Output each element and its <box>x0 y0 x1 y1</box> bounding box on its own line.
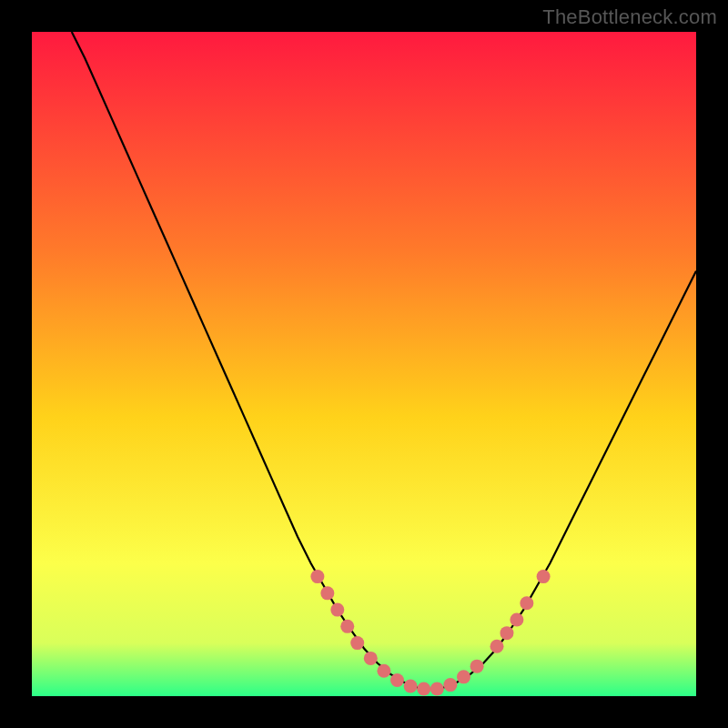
curve-marker <box>417 682 430 695</box>
curve-marker <box>364 652 378 665</box>
curve-marker <box>340 620 354 633</box>
bottleneck-chart <box>32 32 696 696</box>
curve-marker <box>377 664 390 678</box>
curve-marker <box>330 603 344 617</box>
curve-marker <box>320 586 334 600</box>
curve-marker <box>500 626 513 640</box>
curve-marker <box>457 670 470 683</box>
chart-frame: TheBottleneck.com <box>0 0 728 728</box>
curve-marker <box>310 570 324 583</box>
curve-marker <box>404 680 418 693</box>
gradient-background <box>32 32 696 696</box>
curve-marker <box>443 678 457 692</box>
curve-marker <box>510 613 523 627</box>
plot-area <box>32 32 696 696</box>
curve-marker <box>537 570 551 583</box>
watermark-text: TheBottleneck.com <box>542 5 717 29</box>
curve-marker <box>430 682 444 695</box>
curve-marker <box>350 636 364 650</box>
curve-marker <box>470 660 484 673</box>
curve-marker <box>390 673 404 687</box>
curve-marker <box>520 596 533 610</box>
curve-marker <box>490 640 504 653</box>
